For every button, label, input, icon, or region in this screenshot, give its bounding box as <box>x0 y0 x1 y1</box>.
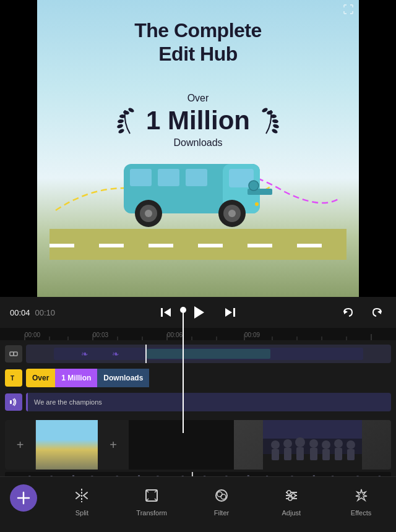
redo-button[interactable] <box>368 303 386 322</box>
adjust-label: Adjust <box>282 509 301 517</box>
tool-item-transform[interactable]: Transform <box>133 484 170 517</box>
svg-point-67 <box>309 439 318 448</box>
timeline-container: 00:04 00:10 <box>0 297 396 491</box>
video-thumb-1 <box>36 420 98 470</box>
time-display: 00:04 00:10 <box>10 308 101 317</box>
filter-label: Filter <box>214 509 229 517</box>
keyframe-content: ❧ ❧ <box>26 345 391 363</box>
svg-rect-70 <box>322 449 330 460</box>
van-svg <box>111 133 285 232</box>
svg-rect-62 <box>272 449 279 460</box>
svg-point-26 <box>249 181 259 191</box>
play-button[interactable] <box>187 301 209 324</box>
timeline-ruler: 00:00 00:03 00:06 00:09 <box>0 328 396 340</box>
laurel-left-icon <box>116 105 144 136</box>
split-icon <box>71 484 93 507</box>
svg-rect-50 <box>14 352 17 356</box>
laurel-right-icon <box>252 105 280 136</box>
text-chip-million: 1 Million <box>55 369 97 387</box>
svg-marker-28 <box>164 308 171 317</box>
skip-forward-button[interactable] <box>222 304 239 321</box>
expand-icon[interactable] <box>343 4 354 16</box>
tool-item-effects[interactable]: Effects <box>343 484 380 517</box>
track-icon-text: T <box>5 369 22 387</box>
playback-controls <box>106 301 290 324</box>
editor-toolbar: 00:04 00:10 <box>0 297 396 328</box>
svg-rect-16 <box>158 169 179 186</box>
van-scene <box>87 136 309 260</box>
svg-rect-27 <box>161 308 163 317</box>
tool-item-filter[interactable]: Filter <box>203 484 240 517</box>
bottom-toolbar: Split Transform <box>0 476 396 532</box>
svg-point-8 <box>272 119 279 124</box>
svg-point-4 <box>123 110 129 115</box>
undo-button[interactable] <box>339 303 358 322</box>
svg-rect-49 <box>10 352 14 356</box>
svg-rect-55 <box>147 349 270 359</box>
tool-item-split[interactable]: Split <box>63 484 100 517</box>
preview-area: The Complete Edit Hub Over 1 Million <box>0 0 396 297</box>
track-icon-audio <box>5 393 22 411</box>
video-thumb-dark <box>129 420 234 470</box>
svg-rect-57 <box>10 400 12 404</box>
tool-items: Split Transform <box>47 484 396 517</box>
svg-rect-64 <box>284 448 291 460</box>
track-row-keyframe: ❧ ❧ <box>0 343 396 365</box>
video-add-left-button[interactable]: + <box>5 420 36 470</box>
svg-point-69 <box>322 440 330 449</box>
skip-back-button[interactable] <box>157 304 174 321</box>
editor-panel: 00:04 00:10 <box>0 297 396 532</box>
svg-rect-30 <box>233 308 235 317</box>
split-label: Split <box>75 509 88 517</box>
add-button[interactable] <box>10 484 37 512</box>
svg-point-71 <box>334 439 343 448</box>
tool-item-adjust[interactable]: Adjust <box>273 484 310 517</box>
transform-label: Transform <box>136 509 167 517</box>
time-total: 00:10 <box>35 308 56 317</box>
svg-point-208 <box>291 494 295 497</box>
video-track[interactable]: + + <box>5 420 391 470</box>
svg-rect-72 <box>335 448 342 460</box>
svg-point-61 <box>271 440 280 449</box>
effects-label: Effects <box>351 509 371 517</box>
effects-icon <box>350 484 372 507</box>
svg-point-207 <box>287 491 291 494</box>
filter-icon <box>210 484 233 507</box>
video-thumb-strip: + <box>36 420 391 470</box>
track-row-audio: We are the champions <box>0 391 396 413</box>
text-chip-downloads: Downloads <box>97 369 149 387</box>
svg-rect-59 <box>263 420 362 439</box>
svg-point-25 <box>228 210 236 217</box>
svg-point-65 <box>295 437 305 447</box>
video-thumb-people <box>234 420 391 470</box>
action-controls <box>295 303 386 322</box>
timeline-tracks: ❧ ❧ T Over <box>0 340 396 418</box>
preview-title: The Complete Edit Hub <box>0 19 396 66</box>
video-add-middle-button[interactable]: + <box>98 420 129 470</box>
track-icon-keyframe <box>5 345 22 363</box>
svg-text:T: T <box>11 375 14 382</box>
svg-marker-29 <box>194 306 204 319</box>
svg-text:❧: ❧ <box>81 349 88 359</box>
audio-track-label: We are the champions <box>26 393 391 411</box>
award-million-text: 1 Million <box>146 108 250 134</box>
award-over-text: Over <box>187 93 209 104</box>
svg-point-2 <box>118 119 124 124</box>
svg-marker-33 <box>377 310 381 314</box>
svg-rect-54 <box>145 345 147 363</box>
svg-point-73 <box>346 440 355 449</box>
svg-rect-15 <box>130 169 152 186</box>
track-content-keyframe[interactable]: ❧ ❧ <box>26 345 391 363</box>
add-icon <box>17 491 30 505</box>
svg-point-1 <box>116 123 123 129</box>
svg-marker-32 <box>344 310 348 314</box>
svg-rect-74 <box>347 449 355 460</box>
time-current: 00:04 <box>10 308 30 317</box>
adjust-icon <box>280 484 303 507</box>
svg-text:❧: ❧ <box>112 349 119 359</box>
svg-point-22 <box>145 210 152 217</box>
track-content-text[interactable]: Over 1 Million Downloads <box>26 369 391 387</box>
track-row-text: T Over 1 Million Downloads <box>0 367 396 389</box>
svg-point-10 <box>266 110 273 115</box>
track-content-audio[interactable]: We are the champions <box>26 393 391 411</box>
